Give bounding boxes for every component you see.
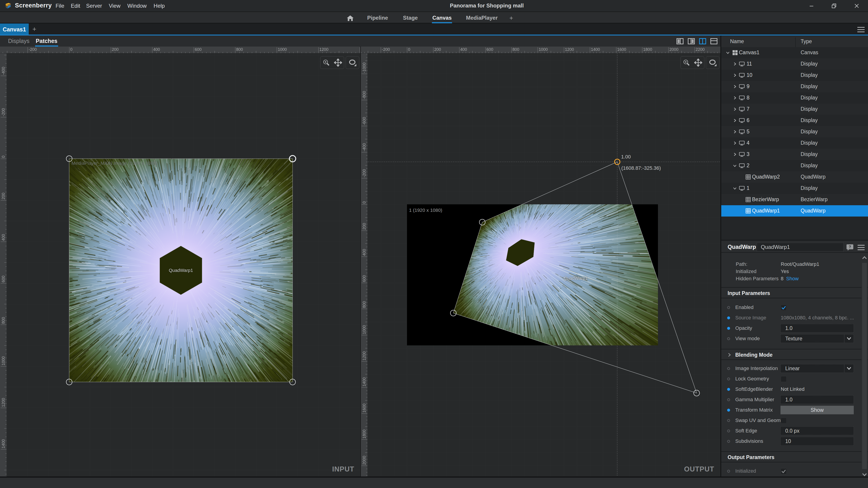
output-warped-image[interactable] bbox=[453, 204, 658, 346]
nav-tab-canvas[interactable]: Canvas bbox=[432, 15, 452, 21]
layout-split-vertical-button[interactable] bbox=[699, 38, 706, 44]
tree-row-name: QuadWarp1 bbox=[752, 208, 780, 214]
help-icon[interactable]: ? bbox=[846, 244, 854, 251]
tab-canvas1[interactable]: Canvas1 bbox=[0, 24, 29, 35]
param-row-transform-matrix: Transform MatrixShow bbox=[721, 405, 868, 415]
section-blending-mode[interactable]: Blending Mode bbox=[721, 349, 868, 360]
tree-row-6[interactable]: 6Display bbox=[721, 115, 868, 126]
scrollbar-thumb[interactable] bbox=[862, 263, 867, 469]
chevron-right-icon[interactable] bbox=[732, 73, 737, 78]
inspector-name-input[interactable]: QuadWarp1 bbox=[757, 243, 844, 251]
inspector-menu-icon[interactable] bbox=[857, 245, 865, 251]
tree-row-7[interactable]: 7Display bbox=[721, 103, 868, 115]
param-label: Image Interpolation bbox=[735, 365, 778, 371]
nav-tab-pipeline[interactable]: Pipeline bbox=[367, 15, 388, 21]
scroll-down-icon[interactable] bbox=[862, 473, 867, 476]
input-opacity[interactable]: 1.0 bbox=[780, 324, 854, 332]
close-button[interactable] bbox=[849, 0, 865, 11]
nav-tab-mediaplayer[interactable]: MediaPlayer bbox=[466, 15, 498, 21]
param-dot bbox=[727, 440, 730, 443]
add-view-button[interactable]: + bbox=[509, 14, 515, 22]
restore-button[interactable] bbox=[826, 0, 842, 11]
tree-row-2[interactable]: 2Display bbox=[721, 160, 868, 171]
chevron-down-icon[interactable] bbox=[732, 163, 737, 168]
checkbox-swap-uv-and-geometry[interactable] bbox=[781, 418, 786, 424]
inspector-scrollbar[interactable] bbox=[862, 255, 868, 478]
tree-column-divider[interactable] bbox=[795, 37, 796, 47]
chevron-right-icon[interactable] bbox=[732, 152, 737, 157]
chevron-right-icon[interactable] bbox=[732, 84, 737, 89]
subtab-displays[interactable]: Displays bbox=[8, 38, 29, 44]
layout-right-panel-button[interactable] bbox=[688, 38, 695, 44]
tab-bar-menu-icon[interactable] bbox=[857, 27, 865, 33]
home-button[interactable] bbox=[346, 15, 354, 21]
checkbox-enabled[interactable] bbox=[781, 305, 786, 311]
chevron-right-icon[interactable] bbox=[732, 62, 737, 66]
output-display-label: 1 (1920 x 1080) bbox=[409, 207, 442, 213]
param-dot bbox=[727, 429, 730, 432]
input-gamma-multiplier[interactable]: 1.0 bbox=[780, 395, 854, 404]
checkbox-initialized[interactable] bbox=[781, 468, 786, 474]
input-subdivisions[interactable]: 10 bbox=[780, 437, 854, 446]
scroll-up-icon[interactable] bbox=[862, 256, 867, 259]
tree-row-11[interactable]: 11Display bbox=[721, 58, 868, 70]
menu-window[interactable]: Window bbox=[127, 3, 147, 9]
param-label: Initialized bbox=[735, 468, 756, 474]
show-hidden-parameters-link[interactable]: Show bbox=[786, 276, 799, 282]
inspector-panel: QuadWarp QuadWarp1 ? Path:Root/QuadWarp1… bbox=[721, 239, 868, 477]
layout-left-panel-button[interactable] bbox=[677, 38, 683, 44]
eye-icon[interactable] bbox=[708, 59, 717, 67]
input-zoom-toolbox bbox=[320, 56, 344, 69]
tree-row-8[interactable]: 8Display bbox=[721, 92, 868, 103]
tree-row-name: Canvas1 bbox=[739, 50, 760, 56]
tree-row-9[interactable]: 9Display bbox=[721, 81, 868, 92]
button-show[interactable]: Show bbox=[780, 406, 854, 414]
zoom-icon[interactable] bbox=[683, 59, 690, 66]
tree-header: Name Type bbox=[721, 36, 868, 47]
param-label: Lock Geometry bbox=[735, 376, 769, 382]
pan-icon[interactable] bbox=[334, 59, 342, 67]
tree-column-name[interactable]: Name bbox=[730, 38, 744, 44]
tree-row-type: Display bbox=[801, 163, 817, 169]
pan-icon[interactable] bbox=[694, 59, 702, 67]
tree-row-name: 3 bbox=[747, 151, 749, 157]
tree-row-1[interactable]: 1Display bbox=[721, 183, 868, 194]
subtab-patches[interactable]: Patches bbox=[36, 38, 57, 44]
chevron-right-icon[interactable] bbox=[727, 352, 732, 357]
minimize-button[interactable] bbox=[804, 0, 819, 11]
eye-icon[interactable] bbox=[348, 59, 357, 67]
tree-row-4[interactable]: 4Display bbox=[721, 137, 868, 149]
chevron-right-icon[interactable] bbox=[732, 140, 737, 145]
menu-server[interactable]: Server bbox=[86, 3, 102, 9]
menu-file[interactable]: File bbox=[56, 3, 64, 9]
tree-row-bezierwarp[interactable]: BezierWarpBezierWarp bbox=[721, 194, 868, 205]
select-view-mode[interactable]: Texture bbox=[780, 334, 854, 343]
chevron-down-icon[interactable] bbox=[732, 186, 737, 191]
checkbox-lock-geometry[interactable] bbox=[781, 376, 786, 382]
menu-view[interactable]: View bbox=[109, 3, 121, 9]
chevron-right-icon[interactable] bbox=[732, 95, 737, 100]
nav-tab-stage[interactable]: Stage bbox=[403, 15, 417, 21]
chevron-right-icon[interactable] bbox=[732, 118, 737, 123]
input-soft-edge[interactable]: 0.0 px bbox=[780, 426, 854, 435]
tree-row-quadwarp2[interactable]: QuadWarp2QuadWarp bbox=[721, 171, 868, 183]
select-image-interpolation[interactable]: Linear bbox=[780, 364, 854, 373]
add-canvas-tab-button[interactable]: + bbox=[31, 24, 37, 35]
layout-split-horizontal-button[interactable] bbox=[710, 38, 717, 44]
tree-row-name: QuadWarp2 bbox=[752, 174, 780, 180]
tree-column-type[interactable]: Type bbox=[801, 38, 812, 44]
chevron-right-icon[interactable] bbox=[732, 129, 737, 134]
menu-help[interactable]: Help bbox=[154, 3, 164, 9]
output-zoom-toolbox bbox=[680, 56, 704, 69]
tree-row-type: Canvas bbox=[801, 50, 818, 56]
tree-row-canvas1[interactable]: Canvas1Canvas bbox=[721, 47, 868, 58]
chevron-down-icon[interactable] bbox=[725, 50, 730, 55]
chevron-right-icon[interactable] bbox=[732, 107, 737, 112]
zoom-icon[interactable] bbox=[322, 59, 330, 66]
tree-row-quadwarp1[interactable]: QuadWarp1QuadWarp bbox=[721, 205, 868, 217]
tree-row-5[interactable]: 5Display bbox=[721, 126, 868, 137]
menu-edit[interactable]: Edit bbox=[71, 3, 80, 9]
tree-row-10[interactable]: 10Display bbox=[721, 70, 868, 81]
tree-row-3[interactable]: 3Display bbox=[721, 149, 868, 160]
grid-icon bbox=[745, 197, 751, 202]
